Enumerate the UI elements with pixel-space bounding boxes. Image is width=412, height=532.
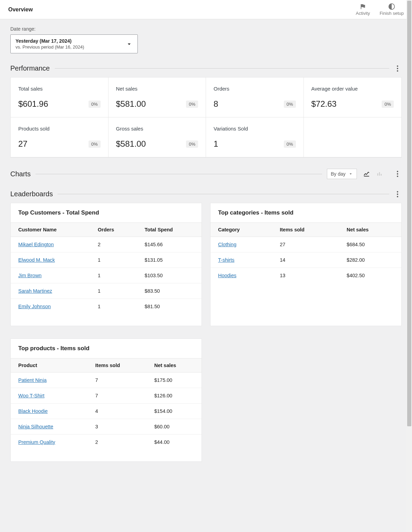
performance-grid: Total sales $601.96 0% Net sales $581.00…	[10, 77, 402, 158]
table-link[interactable]: Ninja Silhouette	[18, 424, 53, 429]
page-header: Overview Activity Finish setup	[0, 0, 412, 19]
performance-value: 8	[214, 99, 218, 109]
table-cell: Woo T-Shirt	[11, 388, 88, 404]
performance-tile[interactable]: Total sales $601.96 0%	[11, 77, 109, 117]
performance-value: $72.63	[311, 99, 337, 109]
table-cell: 1	[90, 299, 137, 314]
table-cell: Premium Quality	[11, 435, 88, 450]
performance-delta-badge: 0%	[89, 140, 101, 148]
performance-value: $601.96	[18, 99, 48, 109]
leaderboards-menu-button[interactable]	[393, 191, 402, 197]
svg-rect-1	[377, 173, 378, 176]
table-cell: Hoodies	[210, 268, 272, 283]
section-divider	[35, 174, 322, 174]
activity-button[interactable]: Activity	[356, 3, 370, 16]
performance-delta-badge: 0%	[186, 101, 198, 108]
table-row: Premium Quality2$44.00	[11, 435, 202, 450]
table-cell: $44.00	[147, 435, 202, 450]
date-range-primary: Yesterday (Mar 17, 2024)	[16, 38, 84, 44]
table-row: Woo T-Shirt7$126.00	[11, 388, 202, 404]
finish-setup-button[interactable]: Finish setup	[380, 3, 404, 16]
table-cell: Jim Brown	[11, 268, 90, 283]
performance-delta-badge: 0%	[89, 101, 101, 108]
table-link[interactable]: Premium Quality	[18, 439, 55, 445]
table-cell: 13	[272, 268, 339, 283]
table-link[interactable]: Mikael Edington	[18, 242, 54, 247]
table-header: Net sales	[147, 358, 202, 373]
table-header: Items sold	[88, 358, 147, 373]
bar-chart-icon[interactable]	[376, 170, 383, 177]
activity-label: Activity	[356, 11, 370, 16]
table-link[interactable]: Hoodies	[218, 273, 236, 278]
date-range-secondary: vs. Previous period (Mar 16, 2024)	[16, 44, 84, 50]
leaderboards-section-header: Leaderboards	[10, 190, 402, 198]
table-link[interactable]: Sarah Martinez	[18, 288, 52, 294]
performance-label: Products sold	[18, 126, 101, 132]
table-header: Category	[210, 223, 272, 237]
table-header: Product	[11, 358, 88, 373]
performance-tile[interactable]: Net sales $581.00 0%	[109, 77, 206, 117]
table-header: Total Spend	[137, 223, 202, 237]
svg-rect-2	[379, 172, 380, 176]
table-link[interactable]: Woo T-Shirt	[18, 393, 44, 398]
top-products-card: Top products - Items sold ProductItems s…	[10, 338, 202, 462]
performance-tile[interactable]: Products sold 27 0%	[11, 117, 109, 157]
table-cell: 1	[90, 252, 137, 268]
top-customers-card: Top Customers - Total Spend Customer Nam…	[10, 203, 202, 326]
table-link[interactable]: Clothing	[218, 242, 236, 247]
table-row: Sarah Martinez1$83.50	[11, 283, 202, 299]
performance-tile[interactable]: Gross sales $581.00 0%	[109, 117, 206, 157]
section-divider	[55, 68, 390, 69]
performance-tile[interactable]: Variations Sold 1 0%	[206, 117, 304, 157]
finish-setup-label: Finish setup	[380, 11, 404, 16]
table-cell: $81.50	[137, 299, 202, 314]
table-link[interactable]: Emily Johnson	[18, 304, 51, 309]
performance-label: Net sales	[116, 86, 198, 92]
table-cell: 4	[88, 404, 147, 419]
chart-interval-select[interactable]: By day	[327, 169, 357, 179]
table-link[interactable]: Elwood M. Mack	[18, 257, 55, 263]
page-title: Overview	[8, 7, 33, 13]
vertical-scrollbar[interactable]	[406, 0, 412, 476]
leaderboards-grid: Top Customers - Total Spend Customer Nam…	[10, 203, 402, 326]
table-cell: T-shirts	[210, 252, 272, 268]
table-row: Emily Johnson1$81.50	[11, 299, 202, 314]
table-link[interactable]: Patient Ninja	[18, 377, 47, 383]
table-link[interactable]: T-shirts	[218, 257, 235, 263]
table-cell: $83.50	[137, 283, 202, 299]
table-cell: 27	[272, 237, 339, 252]
table-link[interactable]: Jim Brown	[18, 273, 42, 278]
line-chart-icon[interactable]	[363, 170, 370, 177]
scrollbar-thumb[interactable]	[407, 1, 411, 426]
table-cell: 1	[90, 283, 137, 299]
table-cell: 2	[88, 435, 147, 450]
top-categories-table: CategoryItems soldNet sales Clothing27$6…	[210, 222, 401, 283]
table-cell: $282.00	[339, 252, 401, 268]
date-range-label: Date range:	[10, 26, 402, 32]
performance-tile-empty	[304, 117, 402, 157]
top-customers-table: Customer NameOrdersTotal Spend Mikael Ed…	[11, 222, 202, 314]
table-link[interactable]: Black Hoodie	[18, 408, 48, 414]
table-cell: Black Hoodie	[11, 404, 88, 419]
section-divider	[58, 194, 389, 194]
performance-delta-badge: 0%	[284, 101, 296, 108]
performance-delta-badge: 0%	[382, 101, 394, 108]
performance-tile[interactable]: Orders 8 0%	[206, 77, 304, 117]
header-actions: Activity Finish setup	[356, 3, 404, 16]
charts-menu-button[interactable]	[393, 171, 402, 177]
table-cell: 2	[90, 237, 137, 252]
performance-section-header: Performance	[10, 64, 402, 72]
table-cell: 7	[88, 388, 147, 404]
date-range-picker[interactable]: Yesterday (Mar 17, 2024) vs. Previous pe…	[10, 34, 138, 53]
performance-menu-button[interactable]	[393, 65, 402, 72]
performance-tile[interactable]: Average order value $72.63 0%	[304, 77, 402, 117]
table-cell: $145.66	[137, 237, 202, 252]
table-cell: $154.00	[147, 404, 202, 419]
table-cell: $103.50	[137, 268, 202, 283]
leaderboards-title: Leaderboards	[10, 190, 53, 198]
table-row: Mikael Edington2$145.66	[11, 237, 202, 252]
table-cell: Elwood M. Mack	[11, 252, 90, 268]
half-circle-icon	[388, 3, 395, 10]
table-header: Items sold	[272, 223, 339, 237]
leaderboards-grid-2: Top products - Items sold ProductItems s…	[10, 338, 402, 462]
